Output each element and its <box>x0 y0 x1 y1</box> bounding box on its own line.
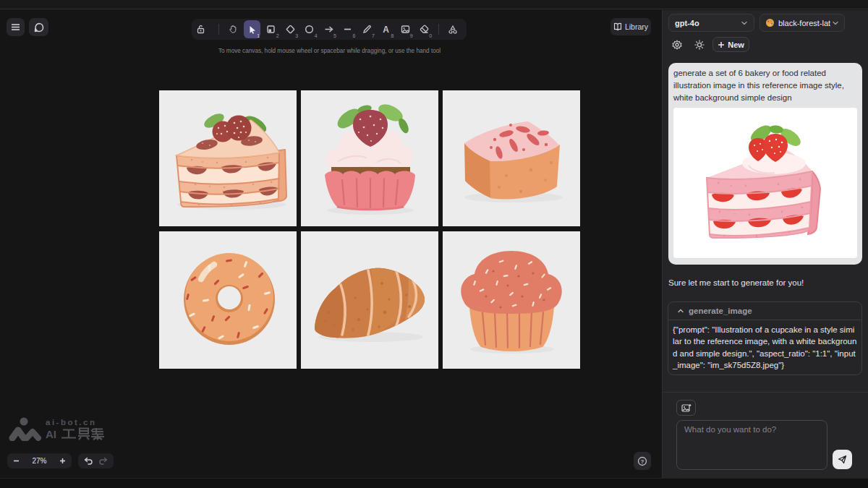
svg-text:?: ? <box>641 458 644 464</box>
svg-text:AI: AI <box>46 428 56 440</box>
